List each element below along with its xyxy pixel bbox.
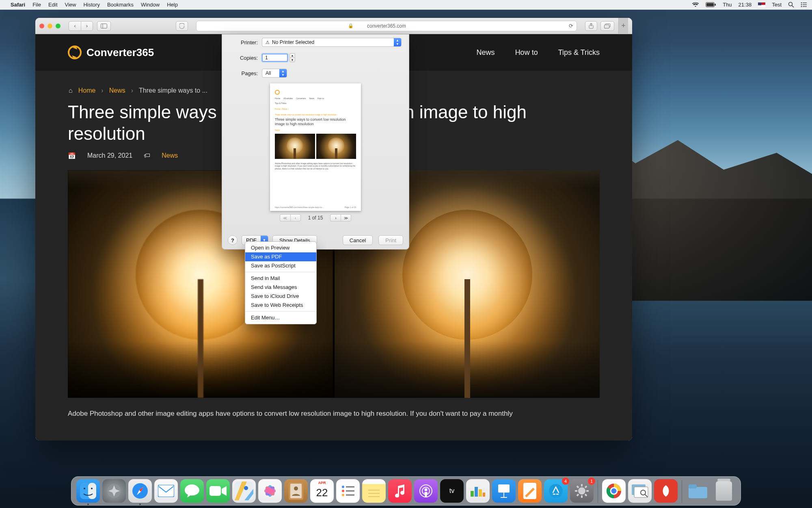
print-preview: HomeAll articlesConvertersNewsHow to Tip…: [270, 83, 361, 211]
menubar-window[interactable]: Window: [141, 2, 160, 8]
pdf-menu-send-in-mail[interactable]: Send in Mail: [245, 274, 316, 283]
print-pager: ≪ ‹ 1 of 15 › ≫: [222, 214, 409, 221]
menubar-time[interactable]: 21:38: [739, 2, 752, 8]
site-logo[interactable]: Converter365: [68, 46, 154, 59]
menubar-file[interactable]: File: [32, 2, 41, 8]
prev-page-button[interactable]: ‹: [290, 214, 301, 221]
article-category[interactable]: News: [162, 152, 178, 159]
dock-facetime[interactable]: [206, 479, 230, 503]
minimize-window-button[interactable]: [48, 24, 52, 28]
menubar-app-name[interactable]: Safari: [11, 2, 25, 8]
svg-point-5: [801, 2, 802, 4]
reload-icon[interactable]: ⟳: [569, 23, 573, 29]
pdf-menu-save-icloud[interactable]: Save to iCloud Drive: [245, 292, 316, 301]
dock-downloads[interactable]: [686, 479, 710, 503]
pdf-menu-edit[interactable]: Edit Menu…: [245, 313, 316, 322]
svg-point-7: [801, 4, 802, 5]
dock-reminders[interactable]: [336, 479, 360, 503]
copies-input[interactable]: 1: [262, 54, 288, 62]
menubar-bookmarks[interactable]: Bookmarks: [107, 2, 134, 8]
stepper-down-icon[interactable]: ▼: [289, 58, 295, 63]
battery-icon[interactable]: [706, 2, 716, 7]
control-center-icon[interactable]: [801, 2, 807, 7]
back-button[interactable]: ‹: [69, 21, 81, 31]
menubar-user[interactable]: Test: [772, 2, 782, 8]
dock-appstore[interactable]: 4: [544, 479, 568, 503]
dock-podcasts[interactable]: [414, 479, 438, 503]
next-page-button[interactable]: ›: [330, 214, 341, 221]
dock-music[interactable]: [388, 479, 412, 503]
chevron-right-icon: ›: [101, 87, 103, 94]
pages-select[interactable]: All ▲▼: [262, 69, 287, 78]
home-icon[interactable]: ⌂: [69, 87, 73, 94]
menubar-view[interactable]: View: [65, 2, 76, 8]
dock-messages[interactable]: [180, 479, 204, 503]
sidebar-button[interactable]: [97, 21, 111, 31]
pdf-menu-save-web-receipts[interactable]: Save to Web Receipts: [245, 301, 316, 310]
dock-contacts[interactable]: [284, 479, 308, 503]
select-arrows-icon: ▲▼: [394, 38, 401, 46]
breadcrumb-news[interactable]: News: [109, 87, 125, 94]
dock-mail[interactable]: [154, 479, 178, 503]
dock-launchpad[interactable]: [102, 479, 126, 503]
printer-select[interactable]: ⚠︎ No Printer Selected ▲▼: [262, 38, 402, 47]
pdf-menu-save-as-postscript[interactable]: Save as PostScript: [245, 261, 316, 270]
dock-trash[interactable]: [712, 479, 736, 503]
nav-howto[interactable]: How to: [515, 48, 538, 57]
dock-notes[interactable]: [362, 479, 386, 503]
dock-maps[interactable]: [232, 479, 256, 503]
cancel-button[interactable]: Cancel: [343, 235, 373, 245]
address-bar[interactable]: 🔒 converter365.com ⟳: [196, 21, 577, 31]
svg-point-64: [578, 487, 585, 495]
tabs-button[interactable]: [600, 21, 614, 31]
menubar-history[interactable]: History: [83, 2, 99, 8]
close-window-button[interactable]: [39, 24, 44, 28]
dock-numbers[interactable]: [466, 479, 490, 503]
dock-calendar[interactable]: APR22: [310, 479, 334, 503]
dock-chrome[interactable]: [602, 479, 626, 503]
stepper-up-icon[interactable]: ▲: [289, 53, 295, 58]
warning-icon: ⚠︎: [266, 40, 270, 45]
menubar-day[interactable]: Thu: [723, 2, 732, 8]
print-button[interactable]: Print: [378, 235, 403, 245]
first-page-button[interactable]: ≪: [280, 214, 290, 221]
dock-safari[interactable]: [128, 479, 152, 503]
dock-preview[interactable]: [628, 479, 652, 503]
fullscreen-window-button[interactable]: [56, 24, 60, 28]
new-tab-button[interactable]: +: [618, 18, 628, 34]
wifi-icon[interactable]: [692, 2, 699, 7]
copies-stepper[interactable]: ▲▼: [289, 53, 295, 62]
nav-tips[interactable]: Tips & Tricks: [558, 48, 600, 57]
dock-finder[interactable]: [76, 479, 100, 503]
pdf-menu-open-preview[interactable]: Open in Preview: [245, 243, 316, 252]
preview-footer-page: Page 1 of 15: [345, 206, 356, 208]
svg-point-20: [91, 488, 93, 489]
breadcrumb-home[interactable]: Home: [78, 87, 96, 94]
svg-rect-25: [158, 485, 174, 497]
forward-button[interactable]: ›: [81, 21, 93, 31]
page-indicator: 1 of 15: [308, 215, 323, 221]
sysprefs-badge: 1: [588, 478, 595, 485]
dock-pages[interactable]: [518, 479, 542, 503]
svg-rect-16: [605, 25, 609, 28]
svg-line-71: [585, 486, 587, 488]
dock-system-preferences[interactable]: 1: [570, 479, 594, 503]
dock-appletv[interactable]: tv: [440, 479, 464, 503]
pdf-menu-send-via-messages[interactable]: Send via Messages: [245, 283, 316, 292]
input-source-flag-icon[interactable]: [758, 2, 765, 7]
pdf-menu-save-as-pdf[interactable]: Save as PDF: [245, 252, 316, 261]
menubar-edit[interactable]: Edit: [48, 2, 57, 8]
spotlight-icon[interactable]: [788, 2, 794, 8]
svg-point-45: [342, 490, 344, 492]
dock-photos[interactable]: [258, 479, 282, 503]
dock-acrobat[interactable]: [654, 479, 678, 503]
dock-keynote[interactable]: [492, 479, 516, 503]
menubar-help[interactable]: Help: [167, 2, 178, 8]
svg-point-3: [789, 2, 793, 6]
share-button[interactable]: [585, 21, 597, 31]
last-page-button[interactable]: ≫: [341, 214, 351, 221]
nav-news[interactable]: News: [477, 48, 495, 57]
help-button[interactable]: ?: [228, 235, 238, 245]
svg-rect-58: [483, 493, 485, 497]
privacy-report-button[interactable]: [176, 21, 188, 31]
